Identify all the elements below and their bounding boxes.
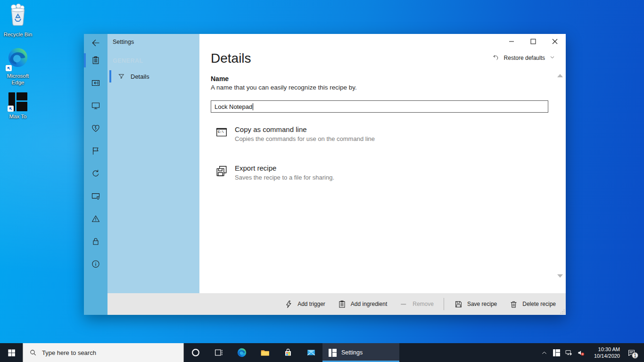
mail-button[interactable]	[299, 343, 322, 362]
window-arrow-icon	[91, 78, 100, 88]
file-explorer-button[interactable]	[253, 343, 276, 362]
window-caption-buttons	[501, 34, 566, 49]
panel-section-general: GENERAL	[107, 45, 199, 64]
delete-recipe-label: Delete recipe	[522, 301, 556, 307]
chevron-up-icon	[540, 349, 548, 357]
recipe-name-value: Lock Notepad	[215, 103, 252, 110]
action-title: Export recipe	[235, 164, 334, 172]
network-icon[interactable]	[562, 343, 575, 362]
desktop-icon-recycle-bin[interactable]: Recycle Bin	[0, 3, 35, 38]
back-button[interactable]	[84, 34, 107, 49]
funnel-icon	[117, 73, 125, 81]
action-center-button[interactable]: 1	[621, 343, 642, 362]
info-icon	[91, 259, 100, 269]
nav-item-permissions[interactable]	[84, 185, 107, 207]
nav-item-broken-heart[interactable]	[84, 117, 107, 140]
export-recipe-icon	[215, 165, 228, 177]
selected-accent-bar	[109, 70, 111, 82]
command-prompt-icon: C:\	[215, 126, 228, 139]
nav-item-warnings[interactable]	[84, 207, 107, 230]
floppy-disk-icon	[454, 300, 463, 309]
broken-heart-icon	[91, 123, 100, 133]
trash-can-icon	[509, 300, 518, 309]
nav-item-window-placement[interactable]	[84, 72, 107, 94]
clipboard-icon	[91, 56, 100, 65]
scroll-up-arrow[interactable]	[557, 74, 563, 77]
desktop-icon-maxto[interactable]: Max To	[0, 92, 35, 120]
task-view-button[interactable]	[207, 343, 230, 362]
taskbar-task-settings[interactable]: Settings	[322, 343, 399, 362]
panel-item-label: Details	[131, 73, 149, 80]
edge-icon	[7, 46, 29, 71]
remove-button[interactable]: Remove	[393, 293, 440, 315]
start-button[interactable]	[0, 343, 23, 362]
add-trigger-button[interactable]: Add trigger	[278, 293, 331, 315]
microsoft-store-button[interactable]	[276, 343, 299, 362]
maximize-button[interactable]	[522, 34, 544, 49]
volume-muted-icon[interactable]	[575, 343, 587, 362]
shortcut-arrow-icon	[6, 65, 12, 71]
monitor-icon	[91, 101, 100, 110]
remove-label: Remove	[413, 301, 434, 307]
minimize-button[interactable]	[501, 34, 522, 49]
taskbar-search-box[interactable]: Type here to search	[23, 343, 184, 362]
main-content: Details Restore defaults Name A name tha…	[199, 34, 566, 293]
save-recipe-button[interactable]: Save recipe	[448, 293, 503, 315]
maximize-icon	[530, 39, 536, 44]
resize-grip[interactable]	[560, 309, 565, 314]
maxto-settings-window: Settings GENERAL Details Detai	[84, 34, 566, 315]
delete-recipe-button[interactable]: Delete recipe	[503, 293, 562, 315]
name-description: A name that you can easily recognize thi…	[211, 84, 357, 91]
command-bar: Add trigger Add ingredient Remove Save r…	[107, 293, 566, 315]
nav-item-license[interactable]	[84, 230, 107, 253]
task-label: Settings	[341, 349, 363, 356]
desktop-icon-label: Max To	[9, 113, 27, 120]
system-tray: 10:30 AM 10/14/2020 1	[538, 343, 644, 362]
windows-logo-icon	[7, 348, 16, 357]
desktop-icon-label: Recycle Bin	[4, 31, 33, 38]
task-view-icon	[214, 347, 224, 358]
add-trigger-label: Add trigger	[297, 301, 325, 307]
desktop-icon-microsoft-edge[interactable]: Microsoft Edge	[0, 46, 35, 86]
back-arrow-icon	[91, 38, 100, 48]
taskbar-edge-button[interactable]	[230, 343, 253, 362]
command-bar-separator	[444, 298, 444, 310]
close-button[interactable]	[544, 34, 566, 49]
maxto-logo-icon	[553, 349, 560, 356]
search-placeholder: Type here to search	[42, 349, 96, 356]
action-title: Copy as command line	[235, 125, 375, 133]
maxto-logo-icon	[329, 349, 337, 357]
taskbar-clock[interactable]: 10:30 AM 10/14/2020	[587, 346, 621, 360]
minimize-icon	[509, 39, 514, 44]
restore-defaults-button[interactable]: Restore defaults	[492, 54, 555, 62]
dash-icon	[399, 300, 408, 309]
edge-icon	[237, 347, 247, 358]
chevron-down-icon	[549, 54, 555, 62]
panel-item-details[interactable]: Details	[107, 70, 199, 83]
tray-maxto-icon[interactable]	[550, 343, 562, 362]
scroll-down-arrow[interactable]	[557, 274, 563, 278]
nav-item-monitors[interactable]	[84, 94, 107, 117]
save-recipe-label: Save recipe	[467, 301, 497, 307]
desktop-icon-label: Microsoft Edge	[0, 73, 35, 86]
lightning-bolt-icon	[284, 300, 293, 309]
nav-item-updates[interactable]	[84, 162, 107, 185]
selected-accent-bar	[84, 53, 86, 67]
file-explorer-icon	[260, 347, 270, 358]
cortana-button[interactable]	[184, 343, 207, 362]
page-title: Details	[211, 51, 251, 66]
recipe-name-input[interactable]: Lock Notepad	[211, 100, 548, 113]
taskbar: Type here to search	[0, 343, 644, 362]
export-recipe-button[interactable]: Export recipe Saves the recipe to a file…	[215, 164, 334, 181]
nav-rail	[84, 34, 107, 315]
copy-as-command-line-button[interactable]: C:\ Copy as command line Copies the comm…	[215, 125, 375, 142]
clipboard-icon	[338, 300, 347, 309]
clock-time: 10:30 AM	[587, 346, 620, 353]
mail-icon	[306, 347, 316, 358]
nav-item-recipes[interactable]	[84, 49, 107, 72]
nav-item-flags[interactable]	[84, 140, 107, 162]
add-ingredient-button[interactable]: Add ingredient	[331, 293, 393, 315]
shortcut-arrow-icon	[8, 106, 14, 112]
nav-item-about[interactable]	[84, 253, 107, 275]
hidden-icons-button[interactable]	[538, 343, 550, 362]
